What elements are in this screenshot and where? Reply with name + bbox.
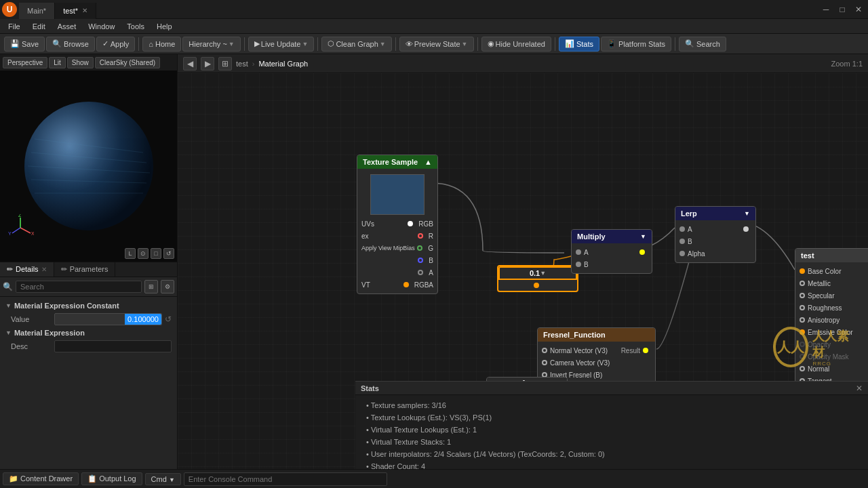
svg-text:X: X xyxy=(31,231,34,236)
lerp-header: Lerp ▼ xyxy=(675,207,755,220)
pin-r-dot[interactable] xyxy=(418,233,423,239)
back-button[interactable]: ◀ xyxy=(183,57,197,70)
show-btn[interactable]: Show xyxy=(67,57,94,68)
search-input[interactable] xyxy=(16,281,142,293)
parameters-icon: ✏ xyxy=(61,265,67,274)
pin-rgb-dot[interactable] xyxy=(408,221,413,226)
toolbar-separator-1 xyxy=(138,37,139,51)
menu-file[interactable]: File xyxy=(3,21,26,32)
tab-test[interactable]: test* ✕ xyxy=(55,3,96,19)
tab-main[interactable]: Main* xyxy=(19,3,55,19)
pin-rgb-label: RGB xyxy=(418,220,433,228)
multiply-a-in[interactable] xyxy=(576,249,581,255)
viewport-ctrl-1[interactable]: L xyxy=(125,248,136,259)
live-update-button[interactable]: ▶ Live Update ▼ xyxy=(248,37,315,52)
content-drawer-button[interactable]: 📁 Content Drawer xyxy=(3,472,79,485)
pin-a: A xyxy=(357,266,437,279)
lerp-a-out[interactable] xyxy=(743,226,749,232)
menu-edit[interactable]: Edit xyxy=(27,21,51,32)
browse-button[interactable]: 🔍 Browse xyxy=(46,37,95,52)
minimize-button[interactable]: ─ xyxy=(819,3,833,16)
save-button[interactable]: 💾 Save xyxy=(4,37,45,52)
preview-state-button[interactable]: 👁 Preview State ▼ xyxy=(399,37,474,52)
pin-g-dot[interactable] xyxy=(417,245,422,251)
lerp-node[interactable]: Lerp ▼ A B Alpha xyxy=(675,206,756,263)
section-material-expression[interactable]: ▼ Material Expression xyxy=(0,327,177,339)
viewport[interactable]: Perspective Lit Show ClearSky (Shared) xyxy=(0,54,177,262)
lerp-a-in[interactable] xyxy=(679,226,685,232)
apply-label: Apply xyxy=(111,40,130,48)
settings-icon[interactable]: ⚙ xyxy=(161,280,174,293)
left-panel: Perspective Lit Show ClearSky (Shared) xyxy=(0,54,178,469)
menu-tools[interactable]: Tools xyxy=(121,21,150,32)
tab-test-label: test* xyxy=(63,3,78,19)
cmd-button[interactable]: Cmd ▼ xyxy=(145,473,181,485)
fresnel-result-dot[interactable] xyxy=(643,348,648,353)
section-title-1: Material Expression Constant xyxy=(14,302,119,310)
home-button[interactable]: ⌂ Home xyxy=(142,37,181,52)
maximize-button[interactable]: □ xyxy=(835,3,849,16)
menu-help[interactable]: Help xyxy=(151,21,178,32)
multiply-b-in[interactable] xyxy=(576,262,581,267)
forward-button[interactable]: ▶ xyxy=(201,57,214,70)
zoom-indicator: Zoom 1:1 xyxy=(831,60,863,68)
perspective-btn[interactable]: Perspective xyxy=(3,57,47,68)
specular-dot[interactable] xyxy=(800,293,805,298)
pin-a-dot[interactable] xyxy=(418,270,423,275)
viewport-ctrl-3[interactable]: □ xyxy=(151,248,161,259)
collapse-icon[interactable]: ▲ xyxy=(425,158,432,166)
multiply-a-out[interactable] xyxy=(639,249,645,255)
tab-details[interactable]: ✏ Details ✕ xyxy=(0,262,54,277)
browse-icon: 🔍 xyxy=(52,39,62,48)
menu-asset[interactable]: Asset xyxy=(52,21,82,32)
lit-btn[interactable]: Lit xyxy=(49,57,66,68)
pin-rgba-dot[interactable] xyxy=(403,282,409,287)
search-toolbar-icon: 🔍 xyxy=(685,39,694,48)
reset-button[interactable]: ↺ xyxy=(165,314,172,324)
viewport-ctrl-4[interactable]: ↺ xyxy=(163,248,174,259)
texture-sample-node[interactable]: Texture Sample ▲ UVs RGB ex R xyxy=(357,155,438,294)
apply-button[interactable]: ✓ Apply xyxy=(96,37,136,52)
pin-b: B xyxy=(357,254,437,266)
platform-stats-button[interactable]: 📱 Platform Stats xyxy=(601,37,671,52)
save-label: Save xyxy=(22,40,39,48)
details-panel: ✏ Details ✕ ✏ Parameters 🔍 ⊞ ⚙ ▼ Materia… xyxy=(0,262,177,470)
lerp-dropdown[interactable]: ▼ xyxy=(744,210,750,217)
base-color-dot[interactable] xyxy=(800,268,805,274)
search-toolbar-button[interactable]: 🔍 Search xyxy=(679,37,726,52)
const-01-dropdown[interactable]: ▼ xyxy=(540,270,546,277)
desc-input[interactable] xyxy=(54,340,172,352)
section-material-expression-constant[interactable]: ▼ Material Expression Constant xyxy=(0,300,177,312)
details-close[interactable]: ✕ xyxy=(41,266,47,273)
console-input[interactable] xyxy=(184,472,387,486)
metallic-dot[interactable] xyxy=(800,281,805,286)
value-slider[interactable]: 0.100000 xyxy=(54,313,162,325)
clean-graph-button[interactable]: ⬡ Clean Graph ▼ xyxy=(321,37,391,52)
hierarchy-button[interactable]: Hierarchy ~ ▼ xyxy=(182,37,240,52)
skybox-btn[interactable]: ClearSky (Shared) xyxy=(95,57,160,68)
multiply-node[interactable]: Multiply ▼ A B xyxy=(571,229,652,274)
lerp-alpha-in[interactable] xyxy=(679,251,685,256)
fresnel-normal-dot[interactable] xyxy=(542,348,547,353)
roughness-dot[interactable] xyxy=(800,305,805,310)
vt-label: VT xyxy=(361,281,370,289)
layout-icon[interactable]: ⊞ xyxy=(144,280,158,293)
pin-b-dot[interactable] xyxy=(418,258,423,263)
grid-button[interactable]: ⊞ xyxy=(218,57,232,70)
const-01-out-dot[interactable] xyxy=(534,283,539,288)
tab-main-label: Main* xyxy=(27,3,46,19)
tab-test-close[interactable]: ✕ xyxy=(82,3,87,19)
tab-parameters[interactable]: ✏ Parameters xyxy=(54,262,116,277)
menu-window[interactable]: Window xyxy=(83,21,120,32)
stats-close-button[interactable]: ✕ xyxy=(856,384,863,393)
hide-unrelated-button[interactable]: ◉ Hide Unrelated xyxy=(481,37,551,52)
stats-button[interactable]: 📊 Stats xyxy=(559,37,599,52)
output-log-button[interactable]: 📋 Output Log xyxy=(81,472,142,485)
fresnel-camera-dot[interactable] xyxy=(542,360,547,365)
lerp-alpha-label: Alpha xyxy=(688,250,705,258)
lerp-b-in[interactable] xyxy=(679,239,685,244)
viewport-ctrl-2[interactable]: ⊙ xyxy=(138,248,149,259)
close-button[interactable]: ✕ xyxy=(852,3,865,16)
const-01-node[interactable]: 0.1 ▼ xyxy=(497,265,578,292)
multiply-dropdown[interactable]: ▼ xyxy=(640,233,646,240)
